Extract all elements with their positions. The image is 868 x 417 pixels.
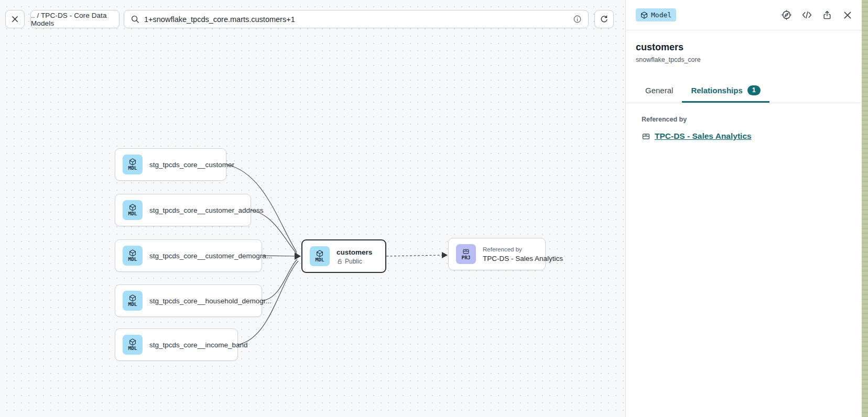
- explore-lineage-button[interactable]: [779, 8, 793, 22]
- drawer-icon: [642, 132, 650, 141]
- details-panel-header: Model: [626, 0, 862, 30]
- details-panel: Model customers snowflake_tpcds_core: [625, 0, 862, 417]
- tab-relationships[interactable]: Relationships 1: [682, 78, 769, 103]
- search-input[interactable]: [144, 15, 568, 24]
- search-icon: [131, 15, 139, 24]
- cube-icon: [129, 294, 136, 302]
- model-code-label: MDL: [128, 346, 137, 351]
- lineage-node-upstream[interactable]: MDL stg_tpcds_core__customer_demogra...: [115, 239, 262, 272]
- lineage-canvas[interactable]: MDL stg_tpcds_core__customer MDL stg_tpc…: [0, 0, 625, 417]
- model-type-icon: MDL: [123, 200, 143, 220]
- refresh-button[interactable]: [594, 10, 614, 28]
- refresh-icon: [600, 15, 609, 24]
- node-label: stg_tpcds_core__customer: [149, 161, 234, 169]
- model-code-label: MDL: [128, 257, 137, 262]
- model-type-badge: Model: [636, 8, 676, 21]
- cube-icon: [641, 12, 648, 19]
- info-icon[interactable]: [573, 15, 582, 24]
- cube-icon: [316, 250, 323, 257]
- desktop-edge-strip: [862, 0, 868, 417]
- model-type-icon: MDL: [123, 335, 143, 355]
- close-panel-button[interactable]: [841, 8, 854, 22]
- project-code-label: PRJ: [461, 255, 470, 260]
- model-type-icon: MDL: [123, 155, 143, 174]
- cube-icon: [129, 249, 136, 257]
- node-label: stg_tpcds_core__customer_address: [149, 206, 264, 214]
- compass-icon: [781, 9, 792, 20]
- cube-icon: [129, 338, 136, 346]
- node-title: TPC-DS - Sales Analytics: [483, 255, 563, 262]
- panel-title: customers: [636, 42, 852, 53]
- open-padlock-icon: [337, 258, 343, 265]
- relationships-tab-content: Referenced by TPC-DS - Sales Analytics: [626, 103, 862, 141]
- node-label: stg_tpcds_core__household_demogr...: [149, 297, 272, 305]
- model-code-label: MDL: [128, 211, 137, 216]
- breadcrumb[interactable]: .. / TPC-DS - Core Data Models: [30, 10, 120, 28]
- referenced-by-label: Referenced by: [642, 116, 851, 123]
- model-type-icon: MDL: [123, 291, 143, 311]
- drawer-icon: [462, 248, 470, 255]
- project-type-icon: PRJ: [456, 244, 476, 264]
- lineage-node-upstream[interactable]: MDL stg_tpcds_core__customer: [115, 148, 226, 181]
- tab-general[interactable]: General: [636, 78, 682, 103]
- lineage-node-upstream[interactable]: MDL stg_tpcds_core__income_band: [115, 328, 238, 361]
- node-caption: Referenced by: [483, 246, 563, 254]
- node-label: stg_tpcds_core__customer_demogra...: [149, 252, 272, 260]
- close-icon: [843, 10, 852, 20]
- model-code-label: MDL: [315, 257, 324, 262]
- model-type-icon: MDL: [310, 246, 330, 266]
- model-selector-search: [124, 10, 589, 28]
- relationships-count-badge: 1: [747, 85, 761, 95]
- view-code-button[interactable]: [800, 8, 813, 22]
- lineage-node-upstream[interactable]: MDL stg_tpcds_core__household_demogr...: [115, 284, 262, 317]
- lineage-edges: [0, 0, 625, 417]
- model-code-label: MDL: [128, 302, 137, 307]
- lineage-node-selected-customers[interactable]: MDL customers Public: [301, 239, 386, 273]
- panel-tabs: General Relationships 1: [626, 78, 862, 103]
- app-window: MDL stg_tpcds_core__customer MDL stg_tpc…: [0, 0, 868, 417]
- model-type-icon: MDL: [123, 246, 143, 266]
- referenced-project-link[interactable]: TPC-DS - Sales Analytics: [655, 131, 752, 141]
- node-label: stg_tpcds_core__income_band: [149, 341, 248, 349]
- referenced-by-item: TPC-DS - Sales Analytics: [642, 131, 851, 141]
- code-icon: [801, 9, 812, 20]
- lineage-node-referenced-project[interactable]: PRJ Referenced by TPC-DS - Sales Analyti…: [448, 238, 546, 270]
- lineage-node-upstream[interactable]: MDL stg_tpcds_core__customer_address: [115, 194, 251, 226]
- share-button[interactable]: [820, 8, 834, 22]
- share-icon: [822, 10, 832, 20]
- cube-icon: [129, 204, 136, 211]
- node-access: Public: [337, 258, 372, 265]
- cube-icon: [129, 158, 136, 166]
- model-code-label: MDL: [128, 166, 137, 171]
- close-graph-button[interactable]: [5, 10, 25, 28]
- node-title: customers: [337, 248, 372, 257]
- close-icon: [11, 15, 19, 23]
- panel-subtitle: snowflake_tpcds_core: [636, 56, 852, 63]
